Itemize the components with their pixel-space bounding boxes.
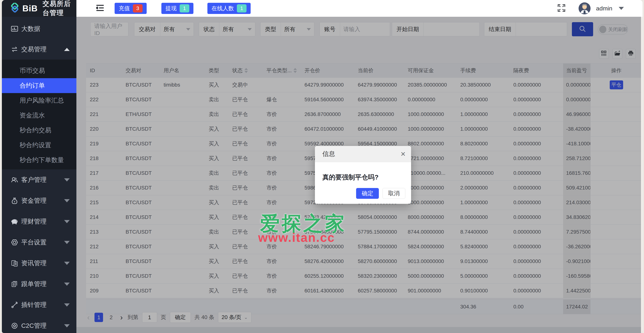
sidebar-item-contract-orders[interactable]: 合约订单	[2, 78, 76, 93]
chevron-down-icon	[64, 304, 70, 307]
sidebar-item-label: 跟单管理	[21, 280, 46, 288]
news-icon	[11, 260, 18, 267]
admin-username[interactable]: admin	[596, 5, 612, 12]
needle-pin-icon	[11, 301, 18, 309]
documents-icon	[11, 280, 18, 288]
coin-icon	[11, 322, 18, 330]
withdraw-badge: 1	[180, 4, 189, 12]
avatar[interactable]	[578, 2, 590, 14]
online-users-badge: 1	[237, 4, 246, 12]
trade-submenu: 币币交易 合约订单 用户风险率汇总 资金流水 秒合约交易 秒合约设置 秒合约下单…	[2, 59, 76, 169]
brand-logo-icon	[9, 3, 20, 14]
svg-text:¥: ¥	[14, 200, 15, 203]
sidebar-item-bigdata[interactable]: 大数据	[2, 19, 76, 39]
fullscreen-icon[interactable]	[557, 4, 566, 13]
settings-icon	[11, 239, 18, 246]
online-users-label: 在线人数	[212, 5, 234, 12]
chevron-down-icon	[64, 199, 70, 202]
chevron-down-icon	[64, 241, 70, 244]
chevron-up-icon	[64, 48, 70, 51]
admin-dropdown-caret-icon[interactable]	[619, 7, 624, 10]
app-title: 交易所后台管理	[42, 0, 76, 17]
sidebar-item-label: 秒合约交易	[20, 126, 51, 135]
recharge-button[interactable]: 充值 3	[114, 3, 147, 14]
chevron-down-icon	[64, 220, 70, 223]
sidebar: 大数据 交易管理 币币交易 合约订单 用户风险率汇总 资金流水 秒合约交易 秒合…	[2, 17, 76, 333]
withdraw-label: 提现	[166, 5, 177, 12]
brand-name: BiB	[22, 3, 38, 13]
dialog-header: 信息 ×	[315, 146, 411, 162]
sidebar-item-c2c-mgmt[interactable]: C2C管理	[2, 315, 76, 333]
chevron-down-icon	[64, 324, 70, 328]
sidebar-collapse-icon[interactable]	[96, 4, 104, 12]
chevron-down-icon	[64, 178, 70, 181]
piggy-bank-icon	[11, 218, 18, 225]
app-window: BiB 交易所后台管理 充值 3 提现 1 在线人数 1	[2, 0, 642, 333]
sidebar-item-label: 大数据	[21, 24, 40, 33]
topbar: BiB 交易所后台管理 充值 3 提现 1 在线人数 1	[2, 0, 642, 17]
sidebar-item-wealth-mgmt[interactable]: 理财管理	[2, 211, 76, 232]
sidebar-item-customer-mgmt[interactable]: 客户管理	[2, 169, 76, 190]
confirm-dialog: 信息 × 真的要强制平仓吗? 确定 取消	[315, 146, 411, 204]
logo-area: BiB 交易所后台管理	[2, 0, 76, 17]
money-bag-icon: ¥	[11, 197, 18, 204]
withdraw-button[interactable]: 提现 1	[161, 3, 194, 14]
sidebar-item-label: 资金管理	[21, 196, 46, 205]
sidebar-item-risk-summary[interactable]: 用户风险率汇总	[2, 93, 76, 108]
sidebar-item-label: 客户管理	[21, 176, 46, 184]
online-users-button[interactable]: 在线人数 1	[208, 3, 251, 14]
sidebar-item-label: 交易管理	[21, 45, 46, 54]
sidebar-item-label: 资金流水	[20, 111, 45, 120]
users-icon	[11, 176, 18, 184]
sidebar-item-second-contract-trade[interactable]: 秒合约交易	[2, 123, 76, 138]
sidebar-item-platform-settings[interactable]: 平台设置	[2, 232, 76, 253]
dialog-footer: 确定 取消	[356, 188, 405, 199]
sidebar-item-label: 秒合约设置	[20, 141, 51, 149]
recharge-badge: 3	[133, 4, 142, 12]
recharge-label: 充值	[119, 5, 130, 12]
dialog-message: 真的要强制平仓吗?	[322, 173, 411, 182]
sidebar-item-label: 插针管理	[21, 301, 46, 309]
sidebar-item-label: 平台设置	[21, 238, 46, 247]
close-icon[interactable]: ×	[401, 150, 406, 158]
sidebar-item-label: 理财管理	[21, 217, 46, 226]
main-content: 请输入用户ID 交易对 所有 状态 所有 类型 所有 账号	[76, 17, 642, 333]
sidebar-item-label: 资讯管理	[21, 259, 46, 268]
sidebar-item-pin-mgmt[interactable]: 插针管理	[2, 295, 76, 315]
sidebar-item-spot-trade[interactable]: 币币交易	[2, 63, 76, 78]
sidebar-item-news-mgmt[interactable]: 资讯管理	[2, 253, 76, 274]
sidebar-item-label: 用户风险率汇总	[20, 96, 64, 105]
sidebar-item-label: 合约订单	[20, 81, 45, 90]
sidebar-item-fund-flow[interactable]: 资金流水	[2, 108, 76, 123]
sidebar-item-fund-mgmt[interactable]: ¥ 资金管理	[2, 190, 76, 211]
sidebar-item-second-contract-settings[interactable]: 秒合约设置	[2, 138, 76, 153]
chevron-down-icon	[64, 283, 70, 286]
sidebar-item-label: 币币交易	[20, 66, 45, 75]
dialog-title: 信息	[322, 150, 335, 158]
chevron-down-icon	[64, 262, 70, 265]
exchange-arrows-icon	[11, 46, 18, 53]
cancel-button[interactable]: 取消	[382, 188, 405, 199]
sidebar-item-second-contract-qty[interactable]: 秒合约下单数量	[2, 153, 76, 168]
sidebar-item-label: C2C管理	[21, 322, 46, 330]
confirm-button[interactable]: 确定	[356, 188, 379, 199]
sidebar-item-label: 秒合约下单数量	[20, 156, 64, 164]
scrollbar[interactable]	[641, 17, 642, 333]
sidebar-item-copy-trade-mgmt[interactable]: 跟单管理	[2, 274, 76, 295]
chart-icon	[11, 25, 18, 32]
sidebar-item-trade-mgmt[interactable]: 交易管理	[2, 39, 76, 59]
